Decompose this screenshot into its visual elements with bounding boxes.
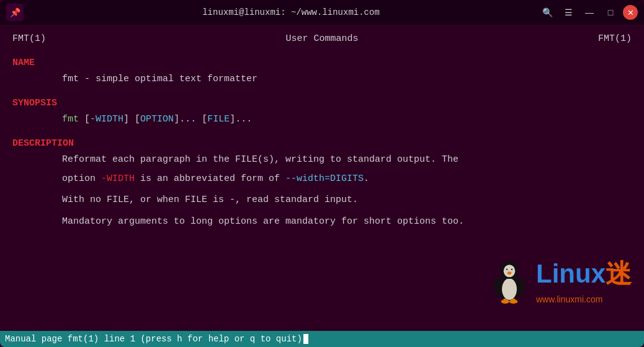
watermark-brand: Linux 迷	[536, 254, 632, 293]
desc3-text: With no FILE, or when FILE is -, read st…	[62, 195, 358, 205]
window-title: linuxmi@linuxmi: ~/www.linuxmi.com	[43, 7, 539, 17]
desc-para2: option -WIDTH is an abbreviated form of …	[12, 172, 632, 187]
description-section-label: DESCRIPTION	[12, 137, 632, 151]
status-text: Manual page fmt(1) line 1 (press h for h…	[5, 334, 302, 344]
synopsis-space2: [	[202, 114, 207, 125]
search-button[interactable]: 🔍	[539, 4, 556, 21]
desc-para4: Mandatory arguments to long options are …	[12, 215, 632, 229]
svg-rect-13	[504, 299, 507, 303]
close-button[interactable]: ✕	[623, 5, 638, 20]
svg-rect-14	[512, 299, 515, 303]
synopsis-option: OPTION	[140, 114, 174, 125]
synopsis-section-label: SYNOPSIS	[12, 97, 632, 111]
title-bar: 📌 linuxmi@linuxmi: ~/www.linuxmi.com 🔍 ☰…	[0, 0, 644, 25]
synopsis-line: fmt [-WIDTH] [OPTION]... [FILE]...	[12, 113, 632, 127]
synopsis-bracket-close: ]	[123, 114, 129, 125]
close-icon: ✕	[627, 8, 634, 17]
svg-point-5	[511, 268, 514, 271]
svg-point-11	[501, 299, 509, 304]
menu-button[interactable]: ☰	[560, 4, 577, 21]
status-cursor	[303, 334, 308, 344]
minimize-button[interactable]: —	[581, 4, 598, 21]
synopsis-cmd: fmt	[62, 114, 79, 125]
header-left: FMT(1)	[12, 32, 46, 46]
name-section-label: NAME	[12, 56, 632, 71]
synopsis-width: -WIDTH	[90, 114, 123, 125]
svg-point-9	[493, 278, 503, 297]
header-center: User Commands	[285, 32, 358, 46]
tux-icon	[488, 255, 531, 305]
maximize-button[interactable]: □	[602, 4, 619, 21]
desc2-pre: option	[62, 174, 101, 184]
synopsis-space1: [	[135, 114, 140, 125]
watermark-linux-text: Linux	[536, 254, 606, 293]
svg-point-0	[498, 272, 521, 301]
synopsis-file: FILE	[207, 114, 230, 125]
header-right: FMT(1)	[598, 32, 632, 46]
terminal-content: FMT(1) User Commands FMT(1) NAME fmt - s…	[0, 25, 644, 331]
watermark-mi-text: 迷	[606, 254, 632, 293]
synopsis-ellipsis2: ]...	[230, 114, 252, 125]
terminal-window: 📌 linuxmi@linuxmi: ~/www.linuxmi.com 🔍 ☰…	[0, 0, 644, 347]
pin-icon: 📌	[10, 7, 20, 17]
synopsis-ellipsis1: ]...	[174, 114, 196, 125]
svg-point-12	[509, 299, 517, 304]
svg-point-7	[511, 268, 512, 270]
desc4-text: Mandatory arguments to long options are …	[62, 216, 464, 227]
desc2-mid: is an abbreviated form of	[135, 174, 285, 184]
synopsis-bracket-open: [	[84, 114, 90, 125]
manpage-header: FMT(1) User Commands FMT(1)	[12, 32, 632, 46]
desc1-text: Reformat each paragraph in the FILE(s), …	[62, 154, 458, 165]
pin-button[interactable]: 📌	[6, 4, 24, 21]
svg-point-6	[506, 268, 508, 270]
title-bar-left: 📌	[6, 4, 43, 21]
maximize-icon: □	[608, 7, 613, 17]
desc2-period: .	[364, 174, 369, 184]
watermark: Linux 迷 www.linuxmi.com	[488, 254, 632, 306]
desc-para1: Reformat each paragraph in the FILE(s), …	[12, 153, 632, 167]
window-controls: 🔍 ☰ — □ ✕	[539, 4, 638, 21]
svg-point-1	[502, 278, 517, 300]
svg-point-8	[508, 271, 512, 275]
name-content: fmt - simple optimal text formatter	[12, 72, 632, 87]
desc2-width: -WIDTH	[101, 174, 135, 184]
svg-point-2	[500, 261, 518, 279]
svg-point-3	[504, 265, 516, 277]
minimize-icon: —	[585, 7, 594, 17]
svg-point-4	[506, 268, 509, 271]
desc2-opt: --width=DIGITS	[285, 174, 364, 184]
search-icon: 🔍	[542, 7, 553, 17]
hamburger-icon: ☰	[565, 7, 573, 17]
watermark-text: Linux 迷 www.linuxmi.com	[536, 254, 632, 306]
watermark-url-text: www.linuxmi.com	[536, 293, 602, 306]
svg-point-10	[516, 278, 526, 297]
desc-para3: With no FILE, or when FILE is -, read st…	[12, 193, 632, 208]
status-bar: Manual page fmt(1) line 1 (press h for h…	[0, 331, 644, 347]
